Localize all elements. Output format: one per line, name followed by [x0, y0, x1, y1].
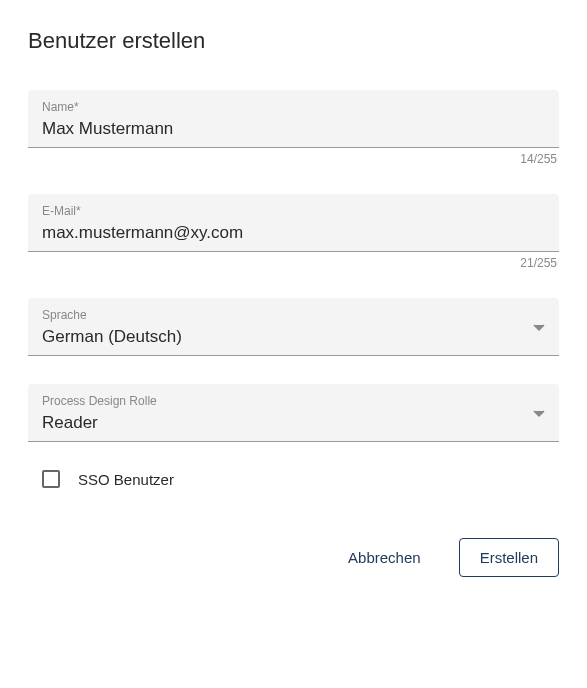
name-label: Name*: [42, 100, 545, 114]
language-value: German (Deutsch): [42, 327, 545, 347]
page-title: Benutzer erstellen: [28, 28, 559, 54]
button-row: Abbrechen Erstellen: [28, 538, 559, 577]
chevron-down-icon: [533, 318, 545, 336]
name-field[interactable]: Name*: [28, 90, 559, 148]
sso-checkbox[interactable]: [42, 470, 60, 488]
role-select[interactable]: Process Design Rolle Reader: [28, 384, 559, 442]
name-counter: 14/255: [28, 152, 559, 166]
create-button[interactable]: Erstellen: [459, 538, 559, 577]
role-label: Process Design Rolle: [42, 394, 545, 408]
cancel-button[interactable]: Abbrechen: [328, 539, 441, 576]
email-input[interactable]: [42, 223, 545, 243]
name-input[interactable]: [42, 119, 545, 139]
email-label: E-Mail*: [42, 204, 545, 218]
email-field[interactable]: E-Mail*: [28, 194, 559, 252]
chevron-down-icon: [533, 404, 545, 422]
role-value: Reader: [42, 413, 545, 433]
email-counter: 21/255: [28, 256, 559, 270]
sso-checkbox-row: SSO Benutzer: [28, 470, 559, 488]
language-select[interactable]: Sprache German (Deutsch): [28, 298, 559, 356]
sso-checkbox-label: SSO Benutzer: [78, 471, 174, 488]
language-label: Sprache: [42, 308, 545, 322]
